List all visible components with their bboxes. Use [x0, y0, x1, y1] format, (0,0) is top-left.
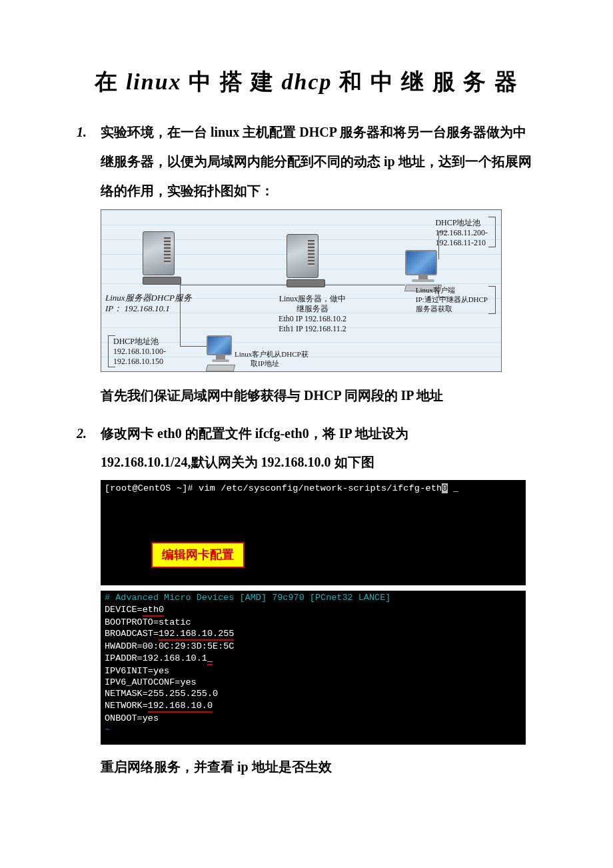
document-page: 在 linux 中 搭 建 dhcp 和 中 继 服 务 器 1. 实验环境，在… — [0, 0, 613, 821]
brace-icon — [488, 217, 496, 247]
t: 192.168.10.0 — [148, 700, 213, 713]
link-line — [438, 231, 439, 259]
lbl: Linux服务器DHCP服务 — [105, 293, 192, 303]
terminal-screenshot-2: # Advanced Micro Devices [AMD] 79c970 [P… — [101, 591, 526, 745]
item1-text: 实验环境，在一台 linux 主机配置 DHCP 服务器和将另一台服务器做为中继… — [101, 125, 532, 198]
lbl: 192.168.10.150 — [113, 357, 163, 366]
client-pc-bottom-icon — [207, 335, 235, 372]
terminal-blank — [105, 494, 522, 542]
client11-label: Linux客户端 IP:通过中继器从DHCP 服务器获取 — [416, 286, 488, 313]
link-line — [180, 285, 287, 285]
link-line — [180, 346, 207, 347]
title-t1: 在 — [95, 69, 119, 94]
lbl: 服务器获取 — [416, 305, 452, 313]
para-last: 重启网络服务，并查看 ip 地址是否生效 — [101, 759, 332, 774]
t: NETWORK= — [105, 701, 148, 711]
brace-icon — [488, 286, 496, 314]
title-t3: 中 搭 建 — [189, 69, 282, 94]
pool10-label: DHCP地址池 192.168.10.100- 192.168.10.150 — [113, 337, 166, 367]
t: IPADDR=192.168.10.1 — [105, 653, 207, 663]
lbl: IP:通过中继器从DHCP — [416, 295, 488, 303]
list-body: 实验环境，在一台 linux 主机配置 DHCP 服务器和将另一台服务器做为中继… — [101, 117, 536, 205]
lbl: Eth1 IP 192.168.11.2 — [279, 324, 346, 333]
lbl: 192.168.10.100- — [113, 347, 166, 356]
lbl: IP： 192.168.10.1 — [105, 303, 170, 313]
page-title: 在 linux 中 搭 建 dhcp 和 中 继 服 务 器 — [77, 67, 536, 97]
cfg-comment: # Advanced Micro Devices [AMD] 79c970 [P… — [105, 592, 522, 603]
t: BROADCAST= — [105, 629, 159, 639]
lbl: DHCP地址池 — [435, 218, 480, 227]
paragraph: 重启网络服务，并查看 ip 地址是否生效 — [101, 753, 536, 781]
terminal-screenshot-1: [root@CentOS ~]# vim /etc/sysconfig/netw… — [101, 480, 526, 585]
cfg-tilde: ~ — [105, 724, 522, 735]
t: eth0 — [143, 604, 164, 617]
pool11-label: DHCP地址池 192.168.11.200- 192.168.11-210 — [435, 218, 488, 248]
list-item-2: 2. 修改网卡 eth0 的配置文件 ifcfg-eth0，将 IP 地址设为 — [77, 419, 536, 448]
cfg-line: IPV6INIT=yes — [105, 665, 522, 677]
list-body: 修改网卡 eth0 的配置文件 ifcfg-eth0，将 IP 地址设为 — [101, 419, 536, 448]
item2-text-b: 192.168.10.1/24,默认网关为 192.168.10.0 如下图 — [101, 455, 374, 469]
list-number: 1. — [77, 125, 101, 140]
t: _ — [207, 653, 213, 665]
link-line — [438, 285, 439, 297]
terminal-prompt: [root@CentOS ~]# vim /etc/sysconfig/netw… — [105, 483, 522, 494]
topology-figure: Linux服务器DHCP服务 IP： 192.168.10.1 Linux服务器… — [101, 209, 502, 372]
t: DEVICE= — [105, 605, 143, 615]
cfg-line: IPV6_AUTOCONF=yes — [105, 677, 522, 688]
list-number: 2. — [77, 426, 101, 441]
para-text: 首先我们保证局域网中能够获得与 DHCP 同网段的 IP 地址 — [101, 388, 443, 403]
client10-label: Linux客户机从DHCP获 取IP地址 — [235, 350, 308, 369]
dhcp-server-label: Linux服务器DHCP服务 IP： 192.168.10.1 — [105, 293, 212, 315]
cfg-line: ONBOOT=yes — [105, 713, 522, 724]
title-t4: dhcp — [282, 69, 332, 94]
lbl: Linux客户机从DHCP获 — [235, 350, 308, 358]
item2-text-a: 修改网卡 eth0 的配置文件 ifcfg-eth0，将 IP 地址设为 — [101, 426, 408, 441]
link-line — [324, 285, 405, 285]
title-t2: linux — [126, 69, 182, 94]
link-line — [438, 297, 448, 297]
cfg-line: NETMASK=255.255.255.0 — [105, 688, 522, 699]
relay-label: Linux服务器，做中 继服务器 Eth0 IP 192.168.10.2 Et… — [263, 294, 362, 334]
dhcp-server-icon — [143, 231, 180, 285]
lbl: DHCP地址池 — [113, 337, 159, 346]
item2-cont: 192.168.10.1/24,默认网关为 192.168.10.0 如下图 — [101, 448, 536, 476]
list-item-1: 1. 实验环境，在一台 linux 主机配置 DHCP 服务器和将另一台服务器做… — [77, 117, 536, 205]
lbl: Eth0 IP 192.168.10.2 — [279, 314, 346, 323]
lbl: 取IP地址 — [251, 359, 279, 367]
cfg-line: IPADDR=192.168.10.1_ — [105, 653, 522, 665]
annotation-box: 编辑网卡配置 — [105, 542, 522, 580]
relay-server-icon — [287, 234, 324, 287]
cfg-line: BOOTPROTO=static — [105, 617, 522, 628]
lbl: 继服务器 — [297, 304, 328, 313]
cfg-line: NETWORK=192.168.10.0 — [105, 700, 522, 713]
lbl: 192.168.11-210 — [435, 238, 486, 247]
annotation-label: 编辑网卡配置 — [151, 542, 245, 568]
cfg-line: BROADCAST=192.168.10.255 — [105, 628, 522, 641]
link-line — [438, 231, 448, 232]
lbl: Linux服务器，做中 — [279, 294, 346, 303]
t: 192.168.10.255 — [159, 628, 234, 641]
network-diagram: Linux服务器DHCP服务 IP： 192.168.10.1 Linux服务器… — [101, 209, 502, 372]
lbl: 192.168.11.200- — [435, 228, 488, 237]
paragraph: 首先我们保证局域网中能够获得与 DHCP 同网段的 IP 地址 — [101, 381, 536, 409]
cfg-line: DEVICE=eth0 — [105, 604, 522, 617]
cfg-line: HWADDR=00:0C:29:3D:5E:5C — [105, 641, 522, 652]
title-t5: 和 中 继 服 务 器 — [339, 69, 518, 94]
lbl: Linux客户端 — [416, 286, 455, 294]
